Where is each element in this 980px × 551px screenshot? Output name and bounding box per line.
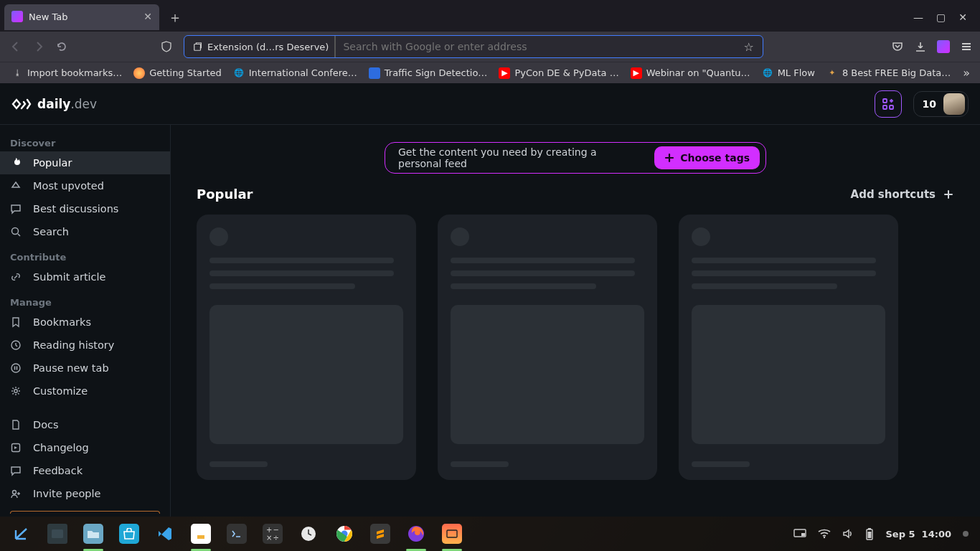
bookmark-label: 8 Best FREE Big Data… — [842, 67, 951, 78]
sidebar-item-label: Best discussions — [33, 202, 118, 216]
skeleton-avatar — [209, 227, 228, 246]
dailydev-header: daily.dev 10 — [0, 83, 980, 125]
sidebar-item-pause[interactable]: Pause new tab — [0, 357, 170, 380]
sidebar-item-invite[interactable]: Invite people — [0, 482, 170, 505]
taskbar-clock[interactable]: Sep 5 14:00 — [885, 529, 951, 540]
sidebar-item-docs[interactable]: Docs — [0, 413, 170, 436]
bookmark-bigdata[interactable]: ✦ 8 Best FREE Big Data… — [822, 66, 955, 80]
bookmark-star-icon[interactable]: ☆ — [743, 40, 753, 54]
tab-favicon-icon — [11, 11, 23, 22]
logo[interactable]: daily.dev — [11, 97, 97, 111]
shield-icon[interactable] — [161, 41, 178, 52]
sidebar-item-history[interactable]: Reading history — [0, 334, 170, 357]
close-window-icon[interactable]: ✕ — [958, 11, 967, 23]
extension-chip[interactable]: Extension (d…rs Deserve) — [187, 36, 336, 57]
terminal-icon[interactable] — [227, 524, 247, 544]
close-tab-icon[interactable]: ✕ — [143, 11, 152, 22]
tab-active[interactable]: New Tab ✕ — [4, 4, 159, 30]
url-bar[interactable]: Extension (d…rs Deserve) ☆ — [184, 35, 763, 58]
choose-tags-button[interactable]: Choose tags — [654, 146, 760, 169]
start-icon[interactable] — [11, 524, 32, 544]
sidebar-item-submit[interactable]: Submit article — [0, 265, 170, 288]
main-header-row: Popular Add shortcuts — [197, 187, 954, 202]
feed-card-skeleton — [679, 215, 898, 480]
bookmark-label: ML Flow — [778, 67, 815, 78]
bookmark-label: Webinar on "Quantu… — [646, 67, 750, 78]
logo-mark-icon — [11, 98, 32, 110]
bookmark-pycon[interactable]: ▶ PyCon DE & PyData … — [494, 66, 623, 80]
sidebar-item-discussions[interactable]: Best discussions — [0, 197, 170, 220]
battery-icon[interactable] — [865, 527, 874, 540]
history-icon — [10, 339, 23, 351]
minimize-icon[interactable]: — — [913, 11, 923, 23]
skeleton-line — [209, 258, 394, 263]
sidebar-item-popular[interactable]: Popular — [0, 151, 170, 174]
bookmark-traffic-sign[interactable]: Traffic Sign Detectio… — [364, 66, 492, 80]
avatar[interactable] — [943, 93, 965, 115]
sidebar-item-label: Bookmarks — [33, 315, 91, 329]
sidebar-item-customize[interactable]: Customize — [0, 380, 170, 402]
sublime-icon[interactable] — [370, 524, 390, 544]
main-content: Get the content you need by creating a p… — [171, 125, 980, 517]
layout-toggle-button[interactable] — [875, 90, 902, 118]
calculator-icon[interactable]: +−×÷ — [263, 524, 283, 544]
bookmark-label: Import bookmarks… — [27, 67, 122, 78]
downloads-icon[interactable] — [914, 40, 927, 53]
add-shortcuts-button[interactable]: Add shortcuts — [851, 188, 954, 201]
skeleton-avatar — [451, 227, 469, 246]
sidebar-item-label: Search — [33, 225, 69, 239]
text-editor-icon[interactable] — [191, 524, 211, 544]
choose-tags-label: Choose tags — [680, 152, 750, 164]
chrome-icon[interactable] — [334, 524, 354, 544]
firefox-icon[interactable] — [406, 524, 426, 544]
menu-icon[interactable] — [960, 40, 973, 53]
files-dark-icon[interactable] — [47, 524, 67, 544]
clock-icon[interactable] — [298, 524, 319, 544]
chat-icon — [10, 203, 23, 215]
svg-rect-0 — [194, 44, 201, 51]
bookmark-import[interactable]: ⭳ Import bookmarks… — [7, 66, 126, 80]
svg-rect-19 — [801, 533, 805, 536]
spark-icon: ✦ — [826, 67, 838, 79]
sidebar-item-feedback[interactable]: Feedback — [0, 459, 170, 482]
address-input[interactable] — [336, 41, 738, 52]
feed-card-skeleton — [438, 215, 657, 480]
cast-icon[interactable] — [793, 529, 806, 539]
dailydev-ext-icon[interactable] — [937, 40, 950, 53]
upvote-icon — [10, 180, 23, 192]
notification-dot-icon[interactable] — [963, 531, 969, 537]
maximize-icon[interactable]: ▢ — [936, 11, 946, 23]
svg-rect-12 — [197, 535, 204, 539]
reload-button[interactable] — [53, 38, 70, 55]
wifi-icon[interactable] — [818, 529, 831, 539]
bookmark-getting-started[interactable]: Getting Started — [129, 66, 226, 80]
svg-rect-1 — [883, 99, 887, 103]
search-icon — [10, 226, 23, 237]
bookmark-mlflow[interactable]: 🌐 ML Flow — [758, 66, 819, 80]
svg-rect-22 — [868, 528, 871, 529]
vscode-icon[interactable] — [155, 524, 175, 544]
sidebar-item-bookmarks[interactable]: Bookmarks — [0, 311, 170, 334]
skeleton-line — [451, 461, 509, 467]
files-icon[interactable] — [83, 524, 103, 544]
link-icon — [10, 271, 23, 283]
sidebar-item-changelog[interactable]: Changelog — [0, 436, 170, 459]
bookmarks-overflow-icon[interactable]: » — [960, 66, 973, 80]
bookmark-label: Traffic Sign Detectio… — [385, 67, 488, 78]
sidebar-item-search[interactable]: Search — [0, 220, 170, 243]
screenshot-icon[interactable] — [442, 524, 462, 544]
new-tab-button[interactable]: ＋ — [165, 8, 185, 27]
personal-feed-banner: Get the content you need by creating a p… — [385, 142, 766, 174]
taskbar-tray: Sep 5 14:00 — [793, 527, 969, 540]
bookmark-quantum[interactable]: ▶ Webinar on "Quantu… — [626, 66, 755, 80]
volume-icon[interactable] — [842, 528, 854, 540]
os-taskbar: +−×÷ Sep 5 14:00 — [0, 517, 980, 551]
skeleton-image — [209, 305, 403, 444]
user-level-pill[interactable]: 10 — [913, 91, 969, 117]
sidebar-item-label: Changelog — [33, 441, 89, 455]
sidebar-item-upvoted[interactable]: Most upvoted — [0, 174, 170, 197]
bookmark-intl-conf[interactable]: 🌐 International Confere… — [229, 66, 362, 80]
pocket-icon[interactable] — [891, 40, 904, 53]
plus-icon — [664, 153, 674, 163]
store-icon[interactable] — [119, 524, 139, 544]
